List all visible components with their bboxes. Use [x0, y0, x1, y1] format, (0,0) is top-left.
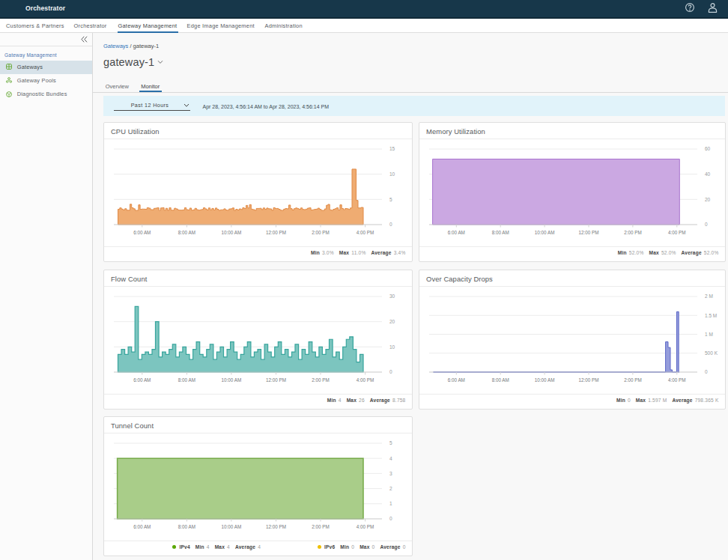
svg-text:0: 0 [389, 369, 392, 374]
svg-text:8:00 AM: 8:00 AM [178, 230, 195, 235]
svg-text:10:00 AM: 10:00 AM [535, 230, 555, 235]
svg-text:4: 4 [389, 456, 392, 461]
svg-text:4:00 PM: 4:00 PM [668, 230, 685, 235]
svg-text:12:00 PM: 12:00 PM [266, 524, 286, 529]
svg-text:5: 5 [389, 197, 392, 202]
svg-text:10:00 AM: 10:00 AM [222, 230, 242, 235]
svg-text:8:00 AM: 8:00 AM [492, 230, 509, 235]
svg-text:2:00 PM: 2:00 PM [624, 230, 641, 235]
svg-text:10:00 AM: 10:00 AM [222, 377, 242, 383]
svg-text:40: 40 [705, 171, 711, 177]
svg-text:20: 20 [705, 197, 711, 202]
svg-text:6:00 AM: 6:00 AM [448, 377, 465, 383]
svg-text:10:00 AM: 10:00 AM [222, 524, 242, 529]
svg-text:2:00 PM: 2:00 PM [312, 377, 329, 383]
svg-text:0: 0 [705, 369, 708, 374]
svg-text:6:00 AM: 6:00 AM [133, 230, 151, 235]
svg-text:0: 0 [705, 222, 708, 227]
svg-text:6:00 AM: 6:00 AM [448, 230, 465, 235]
svg-text:20: 20 [389, 319, 395, 324]
svg-text:8:00 AM: 8:00 AM [178, 524, 195, 529]
svg-text:10: 10 [389, 344, 395, 350]
svg-text:6:00 AM: 6:00 AM [133, 377, 151, 383]
svg-text:10:00 AM: 10:00 AM [535, 377, 555, 383]
svg-text:8:00 AM: 8:00 AM [492, 377, 509, 383]
svg-text:12:00 PM: 12:00 PM [266, 377, 286, 383]
svg-text:15: 15 [389, 146, 395, 151]
svg-text:5: 5 [389, 440, 392, 445]
svg-text:0: 0 [389, 222, 392, 227]
svg-text:2 M: 2 M [705, 293, 713, 299]
svg-text:12:00 PM: 12:00 PM [266, 230, 286, 235]
svg-text:4:00 PM: 4:00 PM [357, 524, 374, 529]
svg-text:500 K: 500 K [705, 350, 718, 356]
svg-text:0: 0 [389, 516, 392, 521]
svg-text:1: 1 [389, 501, 392, 506]
svg-text:10: 10 [389, 171, 395, 177]
svg-text:30: 30 [389, 293, 395, 299]
svg-text:1.5 M: 1.5 M [705, 313, 717, 318]
svg-text:3: 3 [389, 471, 392, 476]
svg-text:2:00 PM: 2:00 PM [312, 230, 329, 235]
svg-text:12:00 PM: 12:00 PM [579, 377, 599, 383]
svg-text:2:00 PM: 2:00 PM [624, 377, 641, 383]
svg-text:4:00 PM: 4:00 PM [668, 377, 685, 383]
svg-text:60: 60 [705, 146, 711, 151]
svg-text:4:00 PM: 4:00 PM [357, 230, 374, 235]
svg-text:8:00 AM: 8:00 AM [178, 377, 195, 383]
svg-text:4:00 PM: 4:00 PM [357, 377, 374, 383]
svg-text:2:00 PM: 2:00 PM [312, 524, 329, 529]
svg-text:12:00 PM: 12:00 PM [579, 230, 599, 235]
svg-text:2: 2 [389, 486, 392, 491]
svg-text:1 M: 1 M [705, 332, 713, 337]
svg-text:6:00 AM: 6:00 AM [133, 524, 151, 529]
